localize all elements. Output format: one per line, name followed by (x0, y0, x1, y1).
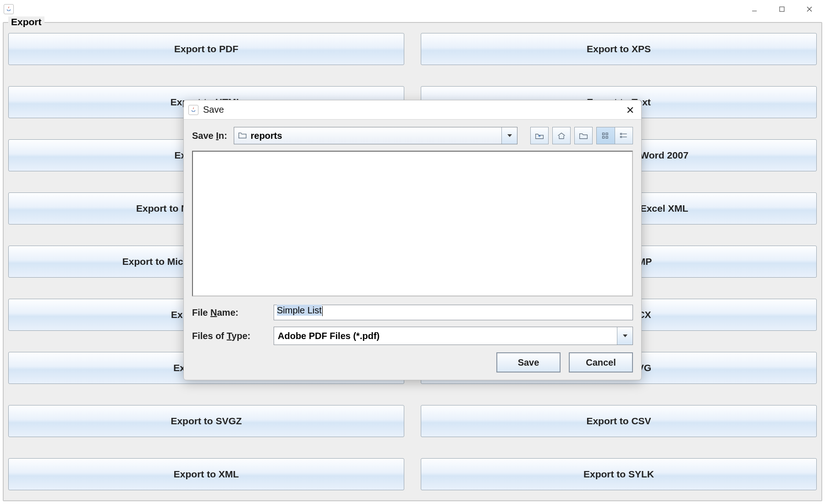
export-sylk-button[interactable]: Export to SYLK (421, 458, 817, 490)
svg-rect-10 (621, 133, 622, 135)
dialog-title: Save (203, 104, 224, 115)
svg-rect-8 (602, 137, 604, 138)
export-xml-button[interactable]: Export to XML (8, 458, 404, 490)
export-svgz-button[interactable]: Export to SVGZ (8, 405, 404, 437)
save-in-label: Save In: (192, 131, 227, 141)
save-in-value: reports (251, 131, 282, 141)
svg-rect-6 (602, 133, 604, 135)
save-dialog: Save Save In: reports (183, 100, 642, 380)
svg-rect-1 (780, 7, 784, 11)
file-name-input[interactable]: Simple List (274, 305, 633, 320)
close-button[interactable] (796, 1, 823, 17)
file-list[interactable] (192, 151, 633, 296)
export-pdf-button[interactable]: Export to PDF (8, 33, 404, 65)
icons-view-button[interactable] (596, 127, 615, 144)
chevron-down-icon[interactable] (501, 127, 517, 144)
list-view-button[interactable] (615, 127, 633, 144)
titlebar (0, 0, 825, 18)
maximize-button[interactable] (768, 1, 796, 17)
minimize-button[interactable] (741, 1, 768, 17)
java-cup-icon (4, 4, 14, 14)
java-cup-icon (188, 105, 198, 115)
chevron-down-icon[interactable] (617, 327, 632, 345)
save-button[interactable]: Save (496, 352, 561, 373)
file-type-combo[interactable]: Adobe PDF Files (*.pdf) (274, 327, 633, 345)
new-folder-button[interactable] (574, 127, 593, 144)
file-type-label: Files of Type: (192, 331, 274, 341)
cancel-button[interactable]: Cancel (569, 352, 633, 373)
svg-rect-12 (621, 137, 622, 138)
up-folder-button[interactable] (530, 127, 549, 144)
dialog-close-button[interactable] (624, 104, 637, 116)
dialog-titlebar: Save (184, 100, 641, 120)
export-xps-button[interactable]: Export to XPS (421, 33, 817, 65)
file-type-value: Adobe PDF Files (*.pdf) (274, 327, 617, 345)
group-title: Export (8, 16, 44, 27)
folder-icon (238, 131, 247, 141)
file-name-label: File Name: (192, 307, 274, 318)
save-in-combo[interactable]: reports (234, 127, 517, 144)
home-button[interactable] (552, 127, 571, 144)
svg-rect-7 (606, 133, 608, 135)
svg-rect-9 (606, 137, 608, 138)
export-csv-button[interactable]: Export to CSV (421, 405, 817, 437)
